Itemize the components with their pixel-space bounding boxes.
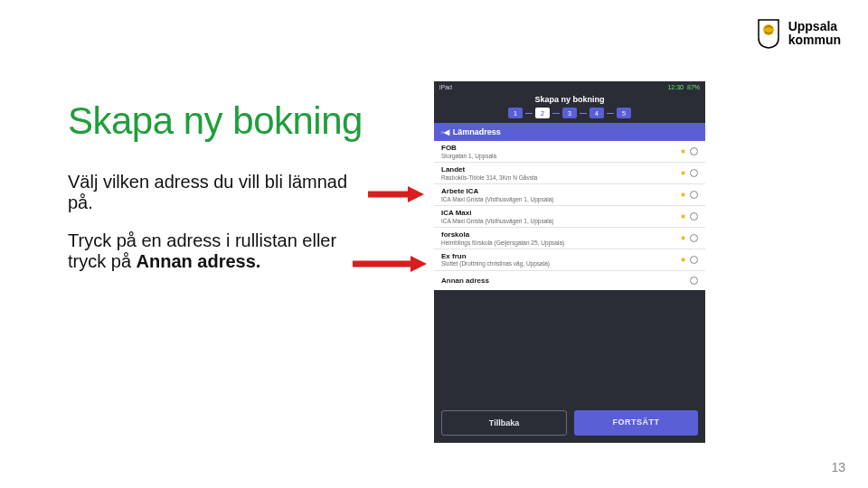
- radio-icon[interactable]: [690, 191, 698, 199]
- address-name: ICA Maxi: [441, 210, 554, 218]
- address-sub: Rasbokils-Tibble 314, 3Km N Gåvsta: [441, 174, 537, 181]
- section-header: ◦◀ Lämnadress: [434, 123, 705, 141]
- back-button[interactable]: Tillbaka: [441, 410, 567, 436]
- address-name: Ex frun: [441, 253, 550, 261]
- svg-marker-4: [410, 256, 427, 272]
- radio-icon[interactable]: [690, 256, 698, 264]
- address-name: Arbete ICA: [441, 188, 554, 196]
- address-name: FOB: [441, 145, 496, 153]
- star-icon: ★: [680, 234, 686, 242]
- crest-icon: [756, 18, 781, 49]
- star-icon: ★: [680, 147, 686, 155]
- star-icon: ★: [680, 169, 686, 177]
- address-row[interactable]: Ex frunSlottet (Drottning christinas väg…: [434, 249, 705, 271]
- address-sub: Heimblings förskola (Geijersgatan 25, Up…: [441, 239, 564, 246]
- address-sub: Slottet (Drottning christinas väg, Uppsa…: [441, 260, 550, 267]
- section-header-label: Lämnadress: [453, 127, 501, 136]
- pin-icon: ◦◀: [441, 128, 449, 136]
- continue-button[interactable]: FORTSÄTT: [574, 410, 698, 436]
- address-list: FOBStorgatan 1, Uppsala★LandetRasbokils-…: [434, 141, 705, 271]
- address-row[interactable]: FOBStorgatan 1, Uppsala★: [434, 141, 705, 163]
- status-time: 12:30: [667, 84, 684, 90]
- phone-screenshot: iPad 12:30 87% Skapa ny bokning 12345 ◦◀…: [434, 81, 705, 443]
- radio-icon[interactable]: [690, 212, 698, 221]
- back-button-label: Tillbaka: [489, 418, 519, 427]
- continue-button-label: FORTSÄTT: [613, 418, 660, 427]
- other-address-label: Annan adress: [441, 277, 489, 285]
- arrow-icon: [351, 254, 429, 274]
- logo-text: Uppsala kommun: [788, 20, 841, 46]
- slide-title: Skapa ny bokning: [68, 99, 363, 143]
- radio-icon[interactable]: [690, 169, 698, 177]
- logo-line2: kommun: [788, 33, 841, 47]
- address-sub: ICA Maxi Gnista (Visthusvägen 1, Uppsala…: [441, 196, 554, 202]
- status-bar: iPad 12:30 87%: [434, 81, 705, 93]
- radio-icon[interactable]: [690, 277, 698, 285]
- address-name: forskola: [441, 231, 564, 239]
- status-carrier: iPad: [439, 84, 452, 90]
- address-row[interactable]: forskolaHeimblings förskola (Geijersgata…: [434, 228, 705, 249]
- logo-line1: Uppsala: [788, 20, 841, 33]
- address-sub: ICA Maxi Gnista (Visthusvägen 1, Uppsala…: [441, 218, 554, 224]
- instruction-para-2: Tryck på en adress i rullistan eller try…: [68, 230, 357, 272]
- other-address-row[interactable]: Annan adress: [434, 271, 705, 290]
- star-icon: ★: [680, 212, 686, 221]
- instruction-para-1: Välj vilken adress du vill bli lämnad på…: [68, 172, 357, 213]
- step-3[interactable]: 3: [562, 108, 577, 118]
- stepper: 12345: [434, 108, 705, 123]
- radio-icon[interactable]: [690, 147, 698, 155]
- bottom-bar: Tillbaka FORTSÄTT: [441, 410, 698, 436]
- address-row[interactable]: ICA MaxiICA Maxi Gnista (Visthusvägen 1,…: [434, 206, 705, 228]
- arrow-icon: [366, 184, 425, 204]
- para2-bold: Annan adress.: [137, 251, 261, 271]
- page-number: 13: [831, 460, 845, 474]
- screen-title: Skapa ny bokning: [434, 93, 705, 108]
- address-row[interactable]: Arbete ICAICA Maxi Gnista (Visthusvägen …: [434, 184, 705, 206]
- status-battery: 87%: [687, 84, 700, 90]
- star-icon: ★: [680, 191, 686, 199]
- star-icon: ★: [680, 256, 686, 264]
- step-1[interactable]: 1: [508, 108, 523, 118]
- step-5[interactable]: 5: [617, 108, 631, 118]
- radio-icon[interactable]: [690, 234, 698, 242]
- step-2[interactable]: 2: [535, 108, 550, 118]
- address-sub: Storgatan 1, Uppsala: [441, 153, 496, 159]
- svg-marker-2: [408, 186, 424, 202]
- step-4[interactable]: 4: [590, 108, 604, 118]
- address-name: Landet: [441, 166, 537, 174]
- address-row[interactable]: LandetRasbokils-Tibble 314, 3Km N Gåvsta…: [434, 163, 705, 184]
- logo: Uppsala kommun: [756, 18, 841, 49]
